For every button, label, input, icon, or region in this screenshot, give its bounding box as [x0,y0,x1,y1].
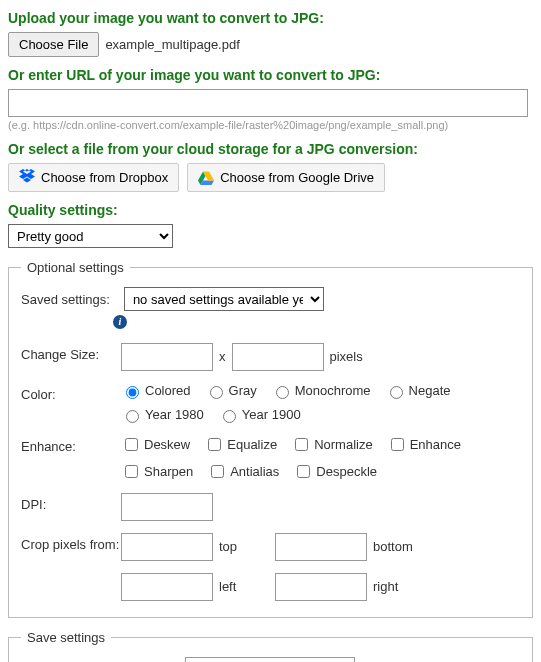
color-option-year1980[interactable]: Year 1980 [121,407,204,423]
quality-select[interactable]: Pretty good [8,224,173,248]
choose-dropbox-button[interactable]: Choose from Dropbox [8,163,179,192]
quality-heading: Quality settings: [8,202,533,218]
url-input[interactable] [8,89,528,117]
color-option-year1900[interactable]: Year 1900 [218,407,301,423]
color-option-negate[interactable]: Negate [385,383,451,399]
url-heading: Or enter URL of your image you want to c… [8,67,533,83]
crop-label: Crop pixels from: [21,533,121,552]
save-settings-fieldset: Save settings Save settings as: i [8,630,533,663]
crop-bottom-label: bottom [373,539,413,554]
enhance-equalize[interactable]: Equalize [204,435,277,454]
save-legend: Save settings [21,630,111,645]
color-label: Color: [21,383,121,402]
choose-gdrive-button[interactable]: Choose from Google Drive [187,163,385,192]
dpi-input[interactable] [121,493,213,521]
enhance-despeckle[interactable]: Despeckle [293,462,377,481]
enhance-normalize[interactable]: Normalize [291,435,373,454]
crop-right-label: right [373,579,398,594]
info-icon[interactable]: i [113,315,127,329]
dpi-label: DPI: [21,493,121,512]
url-hint: (e.g. https://cdn.online-convert.com/exa… [8,119,533,131]
selected-filename: example_multipage.pdf [105,37,239,52]
optional-settings-fieldset: Optional settings Saved settings: no sav… [8,260,533,618]
height-input[interactable] [232,343,324,371]
crop-left-label: left [219,579,269,594]
enhance-antialias[interactable]: Antialias [207,462,279,481]
gdrive-label: Choose from Google Drive [220,170,374,185]
dropbox-icon [19,169,35,186]
crop-top-label: top [219,539,269,554]
crop-right-input[interactable] [275,573,367,601]
change-size-label: Change Size: [21,343,121,362]
optional-legend: Optional settings [21,260,130,275]
saved-settings-label: Saved settings: [21,292,110,307]
size-x-label: x [219,349,226,364]
google-drive-icon [198,171,214,185]
color-option-colored[interactable]: Colored [121,383,191,399]
color-option-gray[interactable]: Gray [205,383,257,399]
upload-heading: Upload your image you want to convert to… [8,10,533,26]
color-option-monochrome[interactable]: Monochrome [271,383,371,399]
cloud-heading: Or select a file from your cloud storage… [8,141,533,157]
crop-bottom-input[interactable] [275,533,367,561]
crop-top-input[interactable] [121,533,213,561]
width-input[interactable] [121,343,213,371]
enhance-label: Enhance: [21,435,121,454]
enhance-sharpen[interactable]: Sharpen [121,462,193,481]
enhance-deskew[interactable]: Deskew [121,435,190,454]
crop-left-input[interactable] [121,573,213,601]
save-name-input[interactable] [185,657,355,663]
enhance-enhance[interactable]: Enhance [387,435,461,454]
dropbox-label: Choose from Dropbox [41,170,168,185]
size-unit-label: pixels [330,349,363,364]
saved-settings-select[interactable]: no saved settings available yet [124,287,324,311]
choose-file-button[interactable]: Choose File [8,32,99,57]
